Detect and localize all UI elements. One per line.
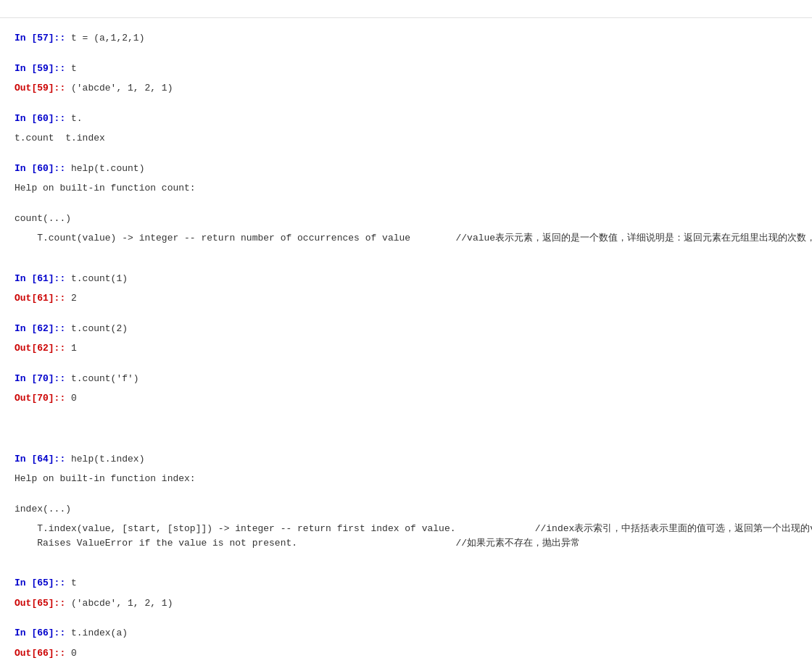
cell-11 [0,199,812,209]
out-code: 1 [71,343,77,354]
in-prompt-label: In [59]:: [14,63,71,74]
out-code: 0 [71,393,77,404]
cell-4: Out[59]:: ('abcde', 1, 2, 1) [0,78,812,99]
cell-18 [0,309,812,319]
plain-comment-13: T.count(value) -> integer -- return numb… [0,228,812,249]
cell-24 [0,409,812,419]
in-prompt-label: In [66]:: [14,628,71,638]
in-code: t [71,63,77,74]
in-prompt-label: In [65]:: [14,578,71,588]
cell-9: In [60]:: help(t.count) [0,159,812,179]
out-prompt-label: Out[62]:: [14,343,71,354]
notebook-container: In [57]:: t = (a,1,2,1)In [59]:: tOut[59… [0,0,812,671]
plain-comment2-32: T.index(value, [start, [stop]]) -> integ… [0,519,812,553]
in-prompt-label: In [64]:: [14,454,71,464]
in-code: help(t.index) [71,454,144,464]
cell-15 [0,259,812,269]
cell-27 [0,439,812,449]
in-code: t [71,578,77,588]
cell-0 [0,18,812,28]
section-title [0,0,812,18]
out-code: 2 [71,293,77,304]
cell-23: Out[70]:: 0 [0,388,812,409]
plain-text-7: t.count t.index [0,128,812,149]
cell-8 [0,149,812,159]
cell-17: Out[61]:: 2 [0,288,812,309]
in-prompt-label: In [57]:: [14,33,71,43]
cell-34 [0,563,812,573]
cell-16: In [61]:: t.count(1) [0,269,812,289]
cell-40 [0,663,812,671]
cell-14 [0,249,812,259]
cell-3: In [59]:: t [0,59,812,79]
plain-text-31: index(...) [0,499,812,520]
cell-35: In [65]:: t [0,573,812,593]
out-prompt-label: Out[61]:: [14,293,71,304]
out-code: 0 [71,648,77,659]
cell-1: In [57]:: t = (a,1,2,1) [0,28,812,49]
cell-28: In [64]:: help(t.index) [0,449,812,470]
cell-19: In [62]:: t.count(2) [0,319,812,339]
in-code: t.count(2) [71,323,128,334]
cell-25 [0,419,812,429]
in-code: t.count(1) [71,273,128,284]
cell-37 [0,613,812,623]
in-code: t = (a,1,2,1) [71,33,144,43]
in-code: t.index(a) [71,628,128,638]
cell-36: Out[65]:: ('abcde', 1, 2, 1) [0,593,812,614]
cell-30 [0,489,812,499]
in-code: t.count('f') [71,373,139,384]
cell-21 [0,359,812,369]
cell-38: In [66]:: t.index(a) [0,623,812,643]
in-prompt-label: In [60]:: [14,113,71,124]
in-code: help(t.count) [71,163,144,174]
cell-20: Out[62]:: 1 [0,338,812,359]
in-prompt-label: In [62]:: [14,323,71,334]
in-code: t. [71,113,83,124]
out-prompt-label: Out[70]:: [14,393,71,404]
cell-5 [0,99,812,109]
out-code: ('abcde', 1, 2, 1) [71,83,173,93]
cell-39: Out[66]:: 0 [0,643,812,664]
cell-2 [0,49,812,59]
plain-text-12: count(...) [0,209,812,229]
plain-text-29: Help on built-in function index: [0,469,812,489]
out-prompt-label: Out[66]:: [14,648,71,659]
cell-26 [0,429,812,439]
cell-22: In [70]:: t.count('f') [0,369,812,389]
cells-container: In [57]:: t = (a,1,2,1)In [59]:: tOut[59… [0,18,812,671]
in-prompt-label: In [60]:: [14,163,71,174]
out-code: ('abcde', 1, 2, 1) [71,598,173,609]
out-prompt-label: Out[65]:: [14,598,71,609]
in-prompt-label: In [70]:: [14,373,71,384]
cell-33 [0,553,812,563]
cell-6: In [60]:: t. [0,109,812,129]
plain-text-10: Help on built-in function count: [0,178,812,199]
in-prompt-label: In [61]:: [14,273,71,284]
out-prompt-label: Out[59]:: [14,83,71,93]
